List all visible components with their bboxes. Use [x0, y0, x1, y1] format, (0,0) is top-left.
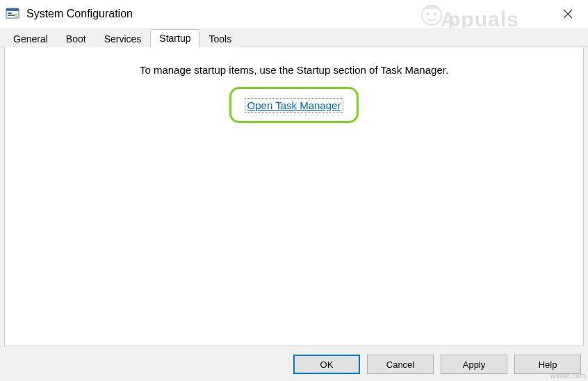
close-icon	[563, 9, 573, 19]
tab-startup[interactable]: Startup	[150, 29, 199, 47]
ok-button[interactable]: OK	[293, 355, 360, 374]
tab-strip: General Boot Services Startup Tools	[0, 28, 588, 47]
window-title: System Configuration	[26, 8, 133, 20]
titlebar: System Configuration	[0, 0, 588, 28]
tab-general[interactable]: General	[4, 30, 57, 47]
link-focus-border: Open Task Manager	[245, 98, 344, 113]
tab-boot[interactable]: Boot	[57, 30, 95, 47]
open-task-manager-link[interactable]: Open Task Manager	[247, 99, 341, 111]
tab-tools[interactable]: Tools	[199, 30, 240, 47]
tab-content: To manage startup items, use the Startup…	[4, 47, 584, 346]
apply-button[interactable]: Apply	[441, 355, 507, 374]
svg-rect-2	[8, 13, 12, 14]
svg-rect-1	[6, 8, 19, 11]
startup-instruction-text: To manage startup items, use the Startup…	[5, 64, 583, 76]
open-task-manager-highlight: Open Task Manager	[229, 87, 359, 123]
dialog-button-row: OK Cancel Apply Help	[293, 355, 581, 374]
close-button[interactable]	[557, 6, 578, 22]
cancel-button[interactable]: Cancel	[367, 355, 434, 374]
svg-rect-3	[8, 15, 15, 16]
system-configuration-window: System Configuration ppuals A General Bo…	[0, 0, 588, 381]
app-icon	[6, 7, 19, 21]
help-button[interactable]: Help	[514, 355, 581, 374]
tab-services[interactable]: Services	[95, 30, 151, 47]
